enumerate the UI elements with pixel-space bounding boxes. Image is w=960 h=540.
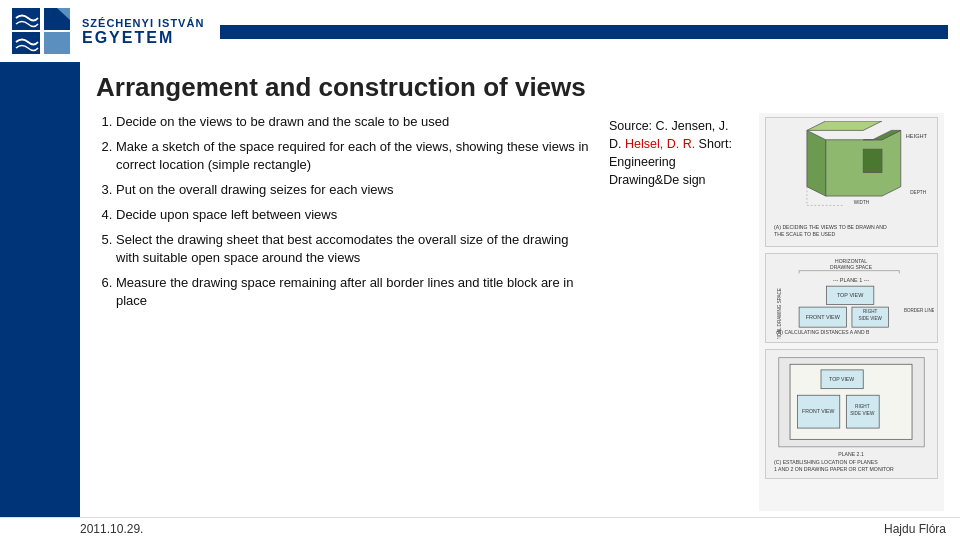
svg-text:(A) DECIDING THE VIEWS TO BE D: (A) DECIDING THE VIEWS TO BE DRAWN AND [774, 224, 887, 230]
svg-marker-9 [807, 130, 826, 196]
svg-marker-10 [807, 121, 882, 130]
content-area: Arrangement and construction of views De… [0, 62, 960, 517]
svg-rect-12 [863, 149, 882, 172]
svg-text:THE SCALE TO BE USED: THE SCALE TO BE USED [774, 231, 835, 237]
svg-text:PLANE 2.1: PLANE 2.1 [838, 451, 864, 457]
svg-marker-3 [44, 32, 70, 54]
svg-text:(C) ESTABLISHING LOCATION OF P: (C) ESTABLISHING LOCATION OF PLANES [774, 459, 878, 465]
svg-text:(B) CALCULATING DISTANCES A AN: (B) CALCULATING DISTANCES A AND B [776, 329, 870, 335]
list-area: Decide on the views to be drawn and the … [96, 113, 589, 511]
footer: 2011.10.29. Hajdu Flóra [0, 517, 960, 540]
svg-text:--- PLANE 1 ---: --- PLANE 1 --- [833, 277, 870, 283]
body-columns: Decide on the views to be drawn and the … [96, 113, 944, 511]
svg-text:BORDER LINES: BORDER LINES [904, 308, 934, 313]
svg-text:1 AND 2 ON DRAWING PAPER OR CR: 1 AND 2 ON DRAWING PAPER OR CRT MONITOR [774, 466, 894, 472]
svg-text:TOP VIEW: TOP VIEW [829, 376, 854, 382]
svg-text:WIDTH: WIDTH [854, 200, 869, 205]
svg-text:DEPTH: DEPTH [910, 190, 926, 195]
footer-author: Hajdu Flóra [884, 522, 946, 536]
svg-text:SIDE VIEW: SIDE VIEW [850, 411, 875, 416]
svg-text:DRAWING SPACE: DRAWING SPACE [830, 264, 873, 270]
diagram-bot: TOP VIEW FRONT VIEW RIGHT SIDE VIEW PLAN… [765, 349, 938, 479]
header-blue-bar [220, 25, 948, 39]
list-item: Select the drawing sheet that best accom… [116, 231, 589, 267]
logo-text: SZÉCHENYI ISTVÁN EGYETEM [82, 17, 204, 47]
logo-line1: SZÉCHENYI ISTVÁN [82, 17, 204, 29]
logo-line2: EGYETEM [82, 29, 204, 47]
source-text: Source: C. Jensen, J. D. Helsel, D. R. S… [609, 117, 739, 190]
main-list: Decide on the views to be drawn and the … [96, 113, 589, 309]
header: SZÉCHENYI ISTVÁN EGYETEM [0, 0, 960, 62]
diagram-top: HEIGHT WIDTH DEPTH [765, 117, 938, 247]
page-title: Arrangement and construction of views [96, 72, 944, 103]
svg-text:HEIGHT: HEIGHT [906, 133, 928, 139]
source-box: Source: C. Jensen, J. D. Helsel, D. R. S… [609, 113, 739, 511]
list-item: Decide upon space left between views [116, 206, 589, 224]
diagram-mid: HORIZONTAL DRAWING SPACE --- PLANE 1 ---… [765, 253, 938, 343]
blue-sidebar [0, 62, 80, 517]
footer-date: 2011.10.29. [80, 522, 143, 536]
svg-text:FRONT VIEW: FRONT VIEW [806, 314, 841, 320]
list-item: Make a sketch of the space required for … [116, 138, 589, 174]
svg-text:RIGHT: RIGHT [863, 309, 877, 314]
svg-text:TOP VIEW: TOP VIEW [837, 292, 864, 298]
main-content: Arrangement and construction of views De… [80, 62, 960, 517]
right-panel: HEIGHT WIDTH DEPTH [759, 113, 944, 511]
list-item: Put on the overall drawing seizes for ea… [116, 181, 589, 199]
list-item: Decide on the views to be drawn and the … [116, 113, 589, 131]
logo-area: SZÉCHENYI ISTVÁN EGYETEM [12, 8, 204, 56]
svg-text:RIGHT: RIGHT [855, 404, 870, 409]
svg-text:FRONT VIEW: FRONT VIEW [802, 408, 834, 414]
list-item: Measure the drawing space remaining afte… [116, 274, 589, 310]
university-logo-icon [12, 8, 72, 56]
svg-text:SIDE VIEW: SIDE VIEW [858, 316, 882, 321]
